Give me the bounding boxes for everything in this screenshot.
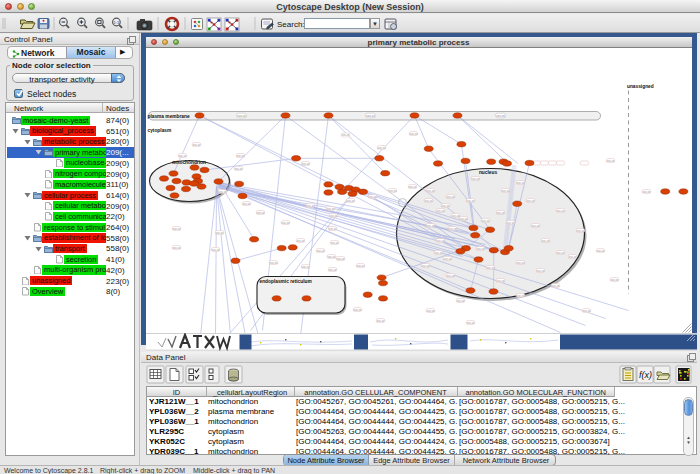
svg-text:unassigned: unassigned — [627, 84, 654, 89]
svg-text:xxx-xx: xxx-xx — [408, 184, 417, 188]
svg-text:xxx-xx: xxx-xx — [466, 198, 475, 202]
svg-text:xxx-xx: xxx-xx — [388, 188, 397, 192]
svg-text:xxx-xx: xxx-xx — [576, 228, 585, 232]
svg-text:xxx-xx: xxx-xx — [376, 318, 385, 322]
svg-text:xxx-xx: xxx-xx — [368, 194, 377, 198]
svg-text:xxx-xx: xxx-xx — [172, 245, 181, 249]
svg-text:xxx-xx: xxx-xx — [234, 166, 243, 170]
svg-text:1:1: 1:1 — [114, 20, 120, 25]
svg-text:xxx-xx: xxx-xx — [536, 268, 545, 272]
svg-text:xxx-xx: xxx-xx — [610, 277, 619, 281]
svg-text:xxx-xx: xxx-xx — [486, 265, 495, 269]
svg-text:xxx-xx: xxx-xx — [436, 238, 445, 242]
svg-text:xxx-xx: xxx-xx — [366, 113, 375, 117]
svg-text:xxx-xx: xxx-xx — [328, 226, 337, 230]
svg-text:xxx-xx: xxx-xx — [436, 208, 445, 212]
svg-text:mitochondrion: mitochondrion — [172, 160, 206, 165]
svg-text:xxx-xx: xxx-xx — [446, 194, 455, 198]
svg-text:xxx-xx: xxx-xx — [336, 256, 345, 260]
svg-text:xxx-xx: xxx-xx — [606, 158, 615, 162]
svg-text:xxx-xx: xxx-xx — [434, 250, 443, 254]
svg-text:cytoplasm: cytoplasm — [147, 127, 171, 132]
svg-text:xxx-xx: xxx-xx — [426, 308, 435, 312]
svg-text:xxx-xx: xxx-xx — [496, 210, 505, 214]
svg-text:xxx-xx: xxx-xx — [316, 248, 325, 252]
svg-text:xxx-xx: xxx-xx — [281, 220, 290, 224]
svg-text:plasma membrane: plasma membrane — [147, 113, 189, 118]
svg-text:xxx-xx: xxx-xx — [172, 226, 181, 230]
svg-text:xxx-xx: xxx-xx — [236, 153, 245, 157]
svg-text:xxx-xx: xxx-xx — [541, 238, 550, 242]
svg-text:xxx-xx: xxx-xx — [556, 250, 565, 254]
svg-text:xxx-xx: xxx-xx — [301, 264, 310, 268]
svg-text:xxx-xx: xxx-xx — [178, 153, 187, 157]
svg-text:xxx-xx: xxx-xx — [426, 223, 435, 227]
svg-text:xxx-xx: xxx-xx — [531, 223, 540, 227]
svg-text:xxx-xx: xxx-xx — [301, 161, 310, 165]
svg-text:xxx-xx: xxx-xx — [237, 113, 246, 117]
svg-text:xxx-xx: xxx-xx — [377, 145, 386, 149]
svg-text:xxx-xx: xxx-xx — [409, 131, 418, 135]
svg-text:xxx-xx: xxx-xx — [506, 220, 515, 224]
svg-text:xxx-xx: xxx-xx — [642, 189, 651, 193]
svg-text:xxx-xx: xxx-xx — [421, 263, 430, 267]
svg-text:xxx-xx: xxx-xx — [501, 188, 510, 192]
svg-text:xxx-xx: xxx-xx — [269, 260, 278, 264]
svg-text:xxx-xx: xxx-xx — [441, 203, 450, 207]
svg-text:xxx-xx: xxx-xx — [341, 133, 350, 137]
svg-text:xxx-xx: xxx-xx — [448, 226, 457, 230]
svg-text:xxx-xx: xxx-xx — [446, 273, 455, 277]
svg-text:xxx-xx: xxx-xx — [582, 308, 591, 312]
svg-text:xxx-xx: xxx-xx — [456, 298, 465, 302]
svg-text:xxx-xx: xxx-xx — [466, 320, 475, 324]
svg-text:xxx-xx: xxx-xx — [551, 283, 560, 287]
svg-text:xxx-xx: xxx-xx — [218, 189, 227, 193]
svg-text:xxx-xx: xxx-xx — [596, 248, 605, 252]
svg-text:xxx-xx: xxx-xx — [326, 206, 335, 210]
svg-text:f(x): f(x) — [639, 370, 652, 380]
svg-text:xxx-xx: xxx-xx — [306, 203, 315, 207]
svg-text:Search:: Search: — [277, 20, 305, 29]
svg-text:xxx-xx: xxx-xx — [346, 198, 355, 202]
svg-text:xxx-xx: xxx-xx — [516, 180, 525, 184]
svg-text:xxx-xx: xxx-xx — [296, 238, 305, 242]
svg-text:xxx-xx: xxx-xx — [328, 267, 337, 271]
svg-text:xxx-xx: xxx-xx — [471, 176, 480, 180]
svg-text:xxx-xx: xxx-xx — [556, 208, 565, 212]
svg-text:xxx-xx: xxx-xx — [516, 293, 525, 297]
svg-text:xxx-xx: xxx-xx — [496, 113, 505, 117]
svg-text:xxx-xx: xxx-xx — [443, 256, 452, 260]
svg-text:xxx-xx: xxx-xx — [242, 201, 251, 205]
svg-text:xxx-xx: xxx-xx — [481, 218, 490, 222]
svg-text:xxx-xx: xxx-xx — [526, 198, 535, 202]
svg-text:xxx-xx: xxx-xx — [356, 263, 365, 267]
svg-text:xxx-xx: xxx-xx — [330, 240, 339, 244]
svg-text:nucleus: nucleus — [478, 170, 496, 175]
svg-text:xxx-xx: xxx-xx — [353, 307, 362, 311]
svg-text:xxx-xx: xxx-xx — [327, 254, 336, 258]
svg-text:xxx-xx: xxx-xx — [476, 246, 485, 250]
svg-text:xxx-xx: xxx-xx — [329, 213, 338, 217]
svg-text:xxx-xx: xxx-xx — [256, 210, 265, 214]
svg-text:xxx-xx: xxx-xx — [426, 188, 435, 192]
svg-text:xxx-xx: xxx-xx — [211, 247, 220, 251]
svg-text:xxx-xx: xxx-xx — [496, 278, 505, 282]
svg-text:xxx-xx: xxx-xx — [516, 260, 525, 264]
svg-text:xxx-xx: xxx-xx — [192, 142, 201, 146]
svg-text:xxx-xx: xxx-xx — [459, 216, 468, 220]
svg-text:xxx-xx: xxx-xx — [215, 230, 224, 234]
svg-text:xxx-xx: xxx-xx — [568, 254, 577, 258]
svg-text:xxx-xx: xxx-xx — [424, 198, 433, 202]
svg-text:endoplasmic reticulum: endoplasmic reticulum — [259, 278, 311, 283]
